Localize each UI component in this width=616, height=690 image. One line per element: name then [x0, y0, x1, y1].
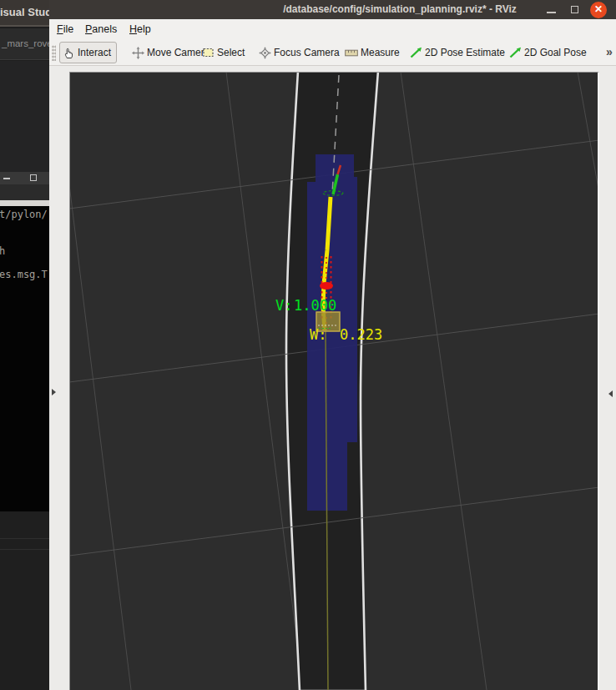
- toolbar-overflow-button[interactable]: »: [603, 43, 616, 61]
- minimize-button[interactable]: [547, 12, 556, 13]
- render-area: V: 1.000 W: 0.223: [49, 66, 616, 690]
- tool-2d-goal-pose[interactable]: 2D Goal Pose: [509, 43, 587, 63]
- tool-move-camera[interactable]: Move Camera: [132, 43, 210, 63]
- background-editor-window[interactable]: isual Stud _mars_rove t/pylon/ h es.msg.…: [0, 0, 49, 690]
- velocity-value: 1.000: [294, 297, 336, 314]
- obstacle-marker: [320, 282, 333, 290]
- divider: [0, 549, 49, 550]
- velocity-label: V:: [275, 297, 292, 314]
- terminal-line: es.msg.T: [0, 269, 48, 280]
- green-arrow-icon: [410, 47, 422, 58]
- maximize-button[interactable]: [571, 6, 578, 13]
- 3d-viewport[interactable]: V: 1.000 W: 0.223: [69, 72, 599, 690]
- minimize-icon[interactable]: [3, 178, 10, 179]
- tool-label: Focus Camera: [274, 47, 340, 58]
- angular-velocity-value: 0.223: [340, 326, 382, 343]
- maximize-icon[interactable]: [30, 174, 37, 181]
- close-button[interactable]: ✕: [590, 2, 607, 18]
- background-window-bottom: [0, 511, 49, 690]
- background-window-gap: [0, 184, 49, 200]
- tool-label: 2D Goal Pose: [524, 47, 587, 58]
- menu-help[interactable]: Help: [129, 19, 151, 39]
- window-title: /database/config/simulation_planning.rvi…: [258, 0, 542, 19]
- focus-target-icon: [259, 47, 271, 59]
- tool-label: Select: [217, 47, 245, 58]
- menu-panels[interactable]: Panels: [85, 19, 117, 39]
- green-arrow-icon: [509, 47, 522, 58]
- menubar: File Panels Help: [49, 19, 616, 39]
- tool-measure[interactable]: Measure: [345, 43, 400, 63]
- toolbar-drag-handle[interactable]: [52, 45, 56, 61]
- selection-box-icon: [203, 48, 215, 58]
- divider: [0, 538, 49, 539]
- background-editor-area: [0, 61, 49, 172]
- background-editor-tab[interactable]: _mars_rove: [0, 28, 49, 60]
- tool-interact[interactable]: Interact: [59, 42, 117, 63]
- tool-2d-pose-estimate[interactable]: 2D Pose Estimate: [410, 43, 505, 63]
- toolbar: Interact Move Camera: [49, 39, 616, 66]
- background-terminal[interactable]: t/pylon/ h es.msg.T: [0, 206, 49, 511]
- move-arrows-icon: [132, 47, 144, 59]
- tool-label: Measure: [361, 47, 400, 58]
- screenshot-stage: isual Stud _mars_rove t/pylon/ h es.msg.…: [0, 0, 616, 690]
- right-panel-expander-icon[interactable]: [608, 390, 613, 397]
- tool-label: Move Camera: [147, 47, 210, 58]
- ruler-icon: [345, 49, 358, 57]
- tool-focus-camera[interactable]: Focus Camera: [259, 43, 340, 63]
- angular-velocity-label: W:: [310, 326, 326, 343]
- terminal-line: h: [0, 245, 5, 257]
- tool-select[interactable]: Select: [203, 43, 245, 63]
- tool-label: Interact: [78, 47, 111, 58]
- rviz-window: /database/config/simulation_planning.rvi…: [49, 0, 616, 690]
- left-panel-expander-icon[interactable]: [52, 389, 56, 395]
- terminal-line: t/pylon/: [0, 209, 48, 220]
- menu-file[interactable]: File: [57, 19, 73, 39]
- tool-label: 2D Pose Estimate: [425, 47, 505, 58]
- hand-cursor-icon: [63, 47, 75, 59]
- rviz-titlebar[interactable]: /database/config/simulation_planning.rvi…: [49, 0, 616, 19]
- background-terminal-window-controls: [0, 172, 49, 184]
- scene-canvas: V: 1.000 W: 0.223: [70, 73, 598, 690]
- background-window-titlebar[interactable]: isual Stud: [0, 0, 49, 27]
- background-terminal-menubar: [0, 200, 49, 206]
